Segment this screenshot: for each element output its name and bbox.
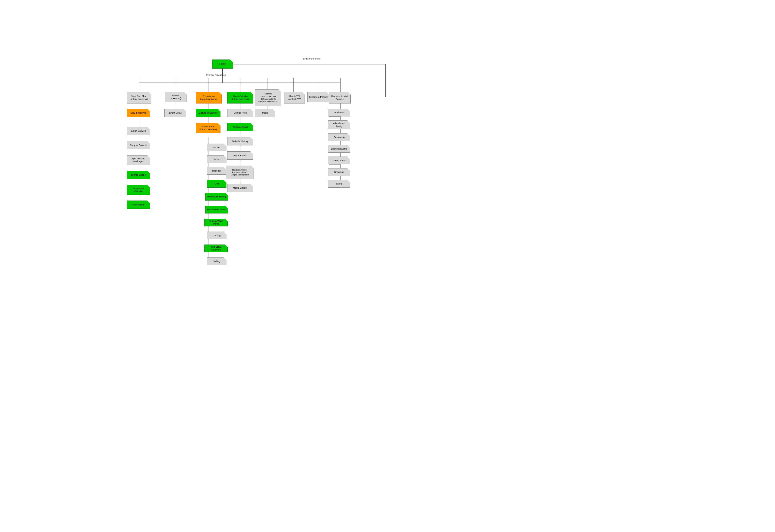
eating-node[interactable]: Eating: [328, 180, 350, 187]
culture-oakville-node[interactable]: Culture in Oakville: [196, 109, 220, 117]
shop-in-oakville-node[interactable]: Shop in Oakville: [127, 141, 150, 149]
golf-node[interactable]: Golf: [207, 180, 226, 187]
hockey-node[interactable]: Hockey: [207, 155, 226, 163]
event-detail-node[interactable]: Event Detail: [164, 109, 186, 117]
relocating-node[interactable]: Relocating: [328, 133, 350, 141]
about-oakville-node[interactable]: About Oakville (intro / overview): [227, 92, 253, 103]
sports-rec-node[interactable]: Sports & Rec (intro / overview): [196, 123, 220, 133]
getting-around-node[interactable]: Getting Around: [227, 123, 253, 131]
great-outdoors-node[interactable]: The Great Outdoors: [204, 244, 228, 252]
stay-eat-shop-node[interactable]: Stay, Eat, Shop (intro / overview): [127, 92, 151, 103]
important-info-node[interactable]: Important Info: [227, 151, 253, 160]
become-partner-node[interactable]: Become a Partner: [307, 92, 329, 102]
eat-in-oakville-node[interactable]: Eat in Oakville: [127, 127, 150, 135]
downtown-oakville-node[interactable]: Downtown Oakville: [127, 185, 150, 195]
home-node[interactable]: Home: [212, 59, 233, 69]
group-tours-node[interactable]: Group Tours: [328, 156, 350, 164]
bronte-village-node[interactable]: Bronte Village: [127, 171, 150, 179]
reasons-node[interactable]: Reasons to Visit Oakville: [328, 92, 350, 103]
soccer-node[interactable]: Soccer: [207, 144, 226, 151]
recreation-centres-node[interactable]: Recreation Centres: [205, 206, 228, 213]
horseback-riding-node[interactable]: Horseback Riding: [205, 193, 228, 200]
diagram-container: Home Primary Navigation Links from foote…: [0, 0, 775, 532]
maps-node[interactable]: Maps: [255, 109, 275, 117]
sporting-events-node[interactable]: Sporting Events: [328, 145, 350, 153]
baseball-node[interactable]: Baseball: [207, 167, 226, 175]
friends-family-node[interactable]: Friends and Family: [328, 120, 350, 129]
events-node[interactable]: Events (calendar): [165, 92, 187, 102]
experience-node[interactable]: Experience (intro / overview): [196, 92, 222, 103]
cycling-node[interactable]: Cycling: [207, 231, 226, 239]
pools-water-parks-node[interactable]: Pools & Water Parks: [204, 219, 228, 226]
business-node[interactable]: Business: [328, 109, 350, 116]
getting-here-node[interactable]: Getting Here: [227, 109, 253, 117]
primary-nav-label: Primary Navigation: [200, 74, 231, 76]
oakville-history-node[interactable]: Oakville History: [227, 137, 253, 145]
media-gallery-node[interactable]: Media Gallery: [227, 184, 253, 192]
shopping-node[interactable]: Shopping: [328, 168, 350, 176]
connectors-svg: [0, 0, 775, 532]
contact-node[interactable]: Contact - OTP contact info - ED (contact…: [255, 89, 281, 106]
specials-packages-node[interactable]: Specials and Packages: [127, 155, 150, 165]
links-footer-label: Links from footer: [295, 57, 328, 60]
stay-in-oakville-node[interactable]: Stay in Oakville: [127, 109, 150, 117]
about-otp-node[interactable]: About OTP -contact OTP: [284, 92, 305, 103]
kerr-village-node[interactable]: Kerr Village: [127, 200, 150, 209]
sailing-node[interactable]: Sailing: [207, 257, 226, 265]
neighbourhoods-node[interactable]: Neighbourhoods Interactive Map? Simple D…: [226, 165, 254, 179]
